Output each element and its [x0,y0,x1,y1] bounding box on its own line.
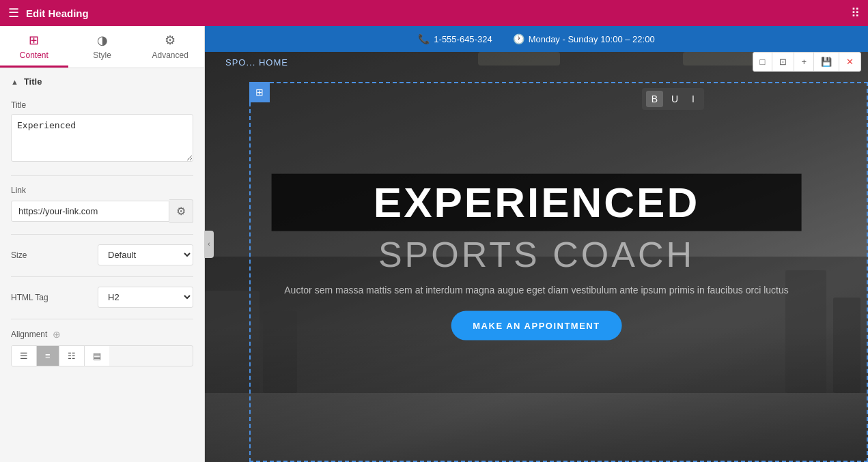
hero-subtitle: SPORTS COACH [271,235,802,274]
title-textarea[interactable]: Experienced [11,114,193,162]
divider-1 [11,175,193,176]
main-layout: ⊞ Content ◑ Style ⚙ Advanced ▲ Title Tit… [0,26,868,462]
link-field: Link ⚙ [11,186,193,223]
tf-italic-button[interactable]: I [686,91,700,107]
phone-number: 1-555-645-324 [434,34,492,44]
tf-underline-button[interactable]: U [666,91,684,107]
ft-square-button[interactable]: □ [753,53,773,71]
link-gear-icon[interactable]: ⚙ [169,199,193,223]
canvas-body: SPO... HOME ⊞ B U I EXPERIENCED SPORTS C… [205,52,868,462]
top-bar: ☰ Edit Heading ⠿ [0,0,868,26]
tab-content-label: Content [20,50,48,60]
ft-save-button[interactable]: 💾 [814,53,839,71]
clock-icon: 🕐 [513,33,524,44]
alignment-label: Alignment [11,330,47,339]
ft-duplicate-button[interactable]: ⊡ [772,53,794,71]
html-tag-label: HTML Tag [11,293,48,302]
hero-desc: Auctor sem massa mattis sem at interdum … [271,282,802,297]
sidebar-collapse-handle[interactable]: ‹ [204,231,214,258]
floating-toolbar: □ ⊡ + 💾 ✕ [753,52,861,72]
size-select[interactable]: Default Small Medium Large [98,244,193,265]
breadcrumb-text: SPO... HOME [225,57,288,68]
align-right-button[interactable]: ☷ [59,346,85,366]
hero-cta-button[interactable]: MAKE AN APPOINTMENT [451,311,621,341]
hamburger-icon[interactable]: ☰ [8,5,19,20]
hours-info: 🕐 Monday - Sunday 10:00 – 22:00 [513,33,655,44]
tab-content[interactable]: ⊞ Content [0,26,68,68]
divider-2 [11,234,193,235]
link-row: ⚙ [11,199,193,223]
content-tab-icon: ⊞ [29,33,39,48]
ft-add-button[interactable]: + [794,53,814,71]
style-tab-icon: ◑ [97,33,108,48]
section-arrow-icon: ▲ [11,78,18,86]
tabs: ⊞ Content ◑ Style ⚙ Advanced [0,26,204,68]
advanced-tab-icon: ⚙ [165,33,176,48]
alignment-help-icon[interactable]: ⊕ [53,329,61,340]
sidebar: ⊞ Content ◑ Style ⚙ Advanced ▲ Title Tit… [0,26,205,462]
tab-style[interactable]: ◑ Style [68,26,137,68]
link-label: Link [11,186,193,195]
grid-icon[interactable]: ⠿ [851,5,860,20]
align-left-button[interactable]: ☰ [12,346,37,366]
element-handle-icon: ⊞ [255,87,264,98]
section-title: ▲ Title [11,76,193,91]
hero-title: EXPERIENCED [285,179,788,225]
align-justify-button[interactable]: ▤ [85,346,109,366]
tab-advanced-label: Advanced [152,50,188,60]
page-title: Edit Heading [26,8,89,19]
alignment-field: Alignment ⊕ ☰ ≡ ☷ ▤ [11,329,193,366]
html-tag-select[interactable]: H1 H2 H3 H4 H5 H6 div span p [98,287,193,308]
equipment-element [205,326,868,462]
link-input[interactable] [11,201,169,222]
tab-advanced[interactable]: ⚙ Advanced [136,26,204,68]
title-field: Title Experienced [11,100,193,164]
info-bar: 📞 1-555-645-324 🕐 Monday - Sunday 10:00 … [205,26,868,52]
alignment-buttons: ☰ ≡ ☷ ▤ [11,345,193,366]
tab-style-label: Style [93,50,111,60]
canvas: 📞 1-555-645-324 🕐 Monday - Sunday 10:00 … [205,26,868,462]
text-format-toolbar: B U I [642,88,704,110]
phone-info: 📞 1-555-645-324 [418,33,492,44]
divider-3 [11,276,193,277]
html-tag-field: HTML Tag H1 H2 H3 H4 H5 H6 div span p [11,287,193,308]
top-bar-left: ☰ Edit Heading [8,5,89,20]
hero-title-selected-box: EXPERIENCED [271,173,802,231]
hours-text: Monday - Sunday 10:00 – 22:00 [529,34,655,44]
divider-4 [11,319,193,319]
tf-bold-button[interactable]: B [646,91,663,107]
size-field: Size Default Small Medium Large [11,244,193,265]
align-center-button[interactable]: ≡ [37,346,59,366]
phone-icon: 📞 [418,33,430,44]
element-handle[interactable]: ⊞ [249,82,270,102]
sidebar-content: ▲ Title Title Experienced Link ⚙ Size [0,68,204,462]
hero-content: EXPERIENCED SPORTS COACH Auctor sem mass… [271,173,802,341]
section-title-label: Title [24,76,42,87]
size-label: Size [11,250,27,260]
title-label: Title [11,100,193,110]
ft-close-button[interactable]: ✕ [839,53,860,71]
